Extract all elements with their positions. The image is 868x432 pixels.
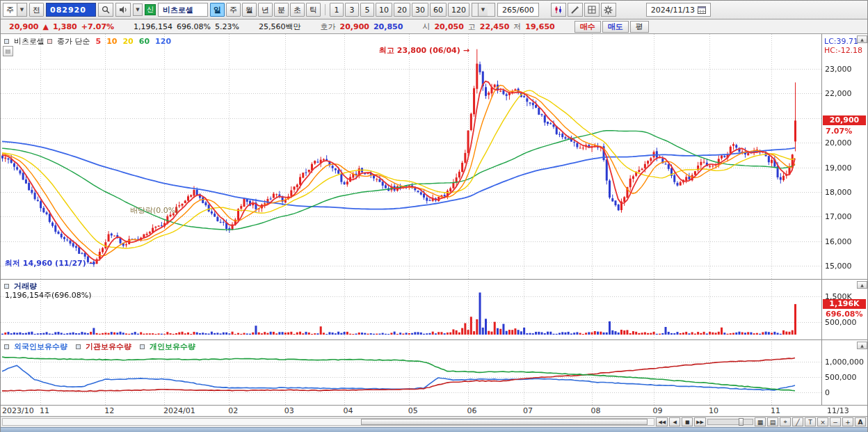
stock-code-input[interactable]: 082920 [46,3,96,17]
legend-marker-icon [140,344,145,349]
timeframe-button-1[interactable]: 주 [226,3,241,17]
timeframe-button-3[interactable]: 년 [258,3,273,17]
legend-marker-icon [47,39,52,44]
current-price-badge: 20,900 [823,115,866,125]
info-bar: 20,900 ▲ 1,380 +7.07% 1,196,154 696.08% … [1,19,867,34]
volume-chart-canvas[interactable] [1,279,821,339]
interval-button-3[interactable]: 3 [345,3,359,17]
price-axis-label: 20,000 [825,138,852,147]
slider-knob[interactable] [739,418,744,426]
buy-button[interactable]: 매수 [574,21,601,33]
scroll-start-button[interactable]: ◀◀ [656,417,668,426]
ma5-legend: 5 [96,37,102,46]
x-axis-label-09: 09 [653,406,663,415]
timeframe-button-2[interactable]: 월 [242,3,257,17]
section-divider[interactable] [1,279,868,280]
open-price: 20,050 [434,22,463,31]
text-tool-icon[interactable]: T [805,417,816,426]
current-price-pct: 7.07% [826,127,852,136]
low-annotation-text: 최저 14,960 (11/27) [5,259,86,268]
sell-button[interactable]: 매도 [602,21,629,33]
legend-stock-name: 비츠로셀 [14,36,45,47]
ma120-legend: 120 [155,37,171,46]
timeframe-button-4[interactable]: 분 [274,3,289,17]
grid-tool-icon[interactable]: ▦ [755,417,766,426]
hoga-label: 호가 [321,22,336,32]
erase-tool-icon[interactable]: × [817,417,828,426]
volume-rate: 696.08% [177,22,211,31]
interval-button-5[interactable]: 5 [360,3,374,17]
collapse-holdings-panel-button[interactable] [857,342,867,349]
current-price: 20,900 [9,22,38,31]
x-axis-label-11: 11 [771,406,780,415]
jeon-button[interactable]: 전 [29,3,44,17]
price-axis-label: 22,000 [825,89,852,98]
legend-marker-icon [4,344,9,349]
interval-button-1[interactable]: 1 [330,3,344,17]
interval-combo-disabled[interactable] [472,3,495,17]
scroll-left-button[interactable]: ◀ [669,417,680,426]
window-resize-strip[interactable] [1,427,867,432]
date-picker[interactable]: 2024/11/13 [646,3,711,17]
timeframe-button-group: 일주월년분초틱 [210,3,321,17]
interval-button-60[interactable]: 60 [430,3,447,17]
avg-button[interactable]: 평 [630,21,649,33]
crosshair-tool-icon[interactable]: ⌖ [780,417,791,426]
holdings-legend: 외국인보유수량 기관보유수량 개인보유수량 [4,342,195,352]
x-axis-label-04: 04 [344,406,353,415]
section-divider[interactable] [1,339,868,340]
trendline-tool-icon[interactable]: ╱ [792,417,803,426]
interval-button-20[interactable]: 20 [394,3,410,17]
foreign-holdings-legend: 외국인보유수량 [14,342,67,352]
volume-axis-label: 1,500K [825,292,852,301]
hc-indicator: HC:-12.18 [824,46,862,55]
chart-zoom-slider[interactable] [707,419,753,425]
zoom-out-icon[interactable]: − [830,417,841,426]
interval-button-10[interactable]: 10 [376,3,392,17]
collapse-price-panel-button[interactable] [857,35,867,43]
multi-chart-button[interactable] [584,3,600,17]
right-arrow-icon: → [89,259,95,268]
price-chart-canvas[interactable] [1,34,821,279]
calendar-icon [698,6,706,14]
x-axis-label-05: 05 [408,406,418,415]
chart-mini-tool-button[interactable]: ▤ [3,46,13,56]
price-axis-column: LC:39.71 HC:-12.18 20,900 7.07% 1,196K 6… [822,34,868,416]
x-axis-label-11: 11 [40,406,49,415]
open-label: 시 [422,22,430,32]
chart-window: 주 전 082920 신 비츠로셀 일주월년분초틱 13510203060120… [0,0,868,432]
stop-button[interactable]: ■ [682,417,693,426]
x-axis-row: 2023/1011122024/0102030405060708091011 [1,406,821,416]
sound-button[interactable] [115,3,131,17]
x-axis-label-08: 08 [591,406,601,415]
zoom-in-icon[interactable]: + [842,417,853,426]
timeframe-button-6[interactable]: 틱 [306,3,321,17]
timeframe-button-5[interactable]: 초 [290,3,305,17]
period-type-value: 주 [6,5,14,15]
pane-layout-icon[interactable]: ▤ [767,417,778,426]
search-button[interactable] [98,3,113,17]
bid-price: 20,850 [373,22,403,31]
stock-name-display: 비츠로셀 [158,3,208,17]
scroll-end-button[interactable]: ▶▶ [694,417,706,426]
ma10-legend: 10 [106,37,117,46]
collapse-volume-panel-button[interactable] [857,281,867,289]
hscrollbar-handle[interactable] [361,419,648,425]
x-axis-label-2023-10: 2023/10 [2,406,34,415]
ex-dividend-annotation: 배당락(0.0%) [130,205,179,216]
font-size-button[interactable]: A [855,417,866,426]
interval-button-120[interactable]: 120 [448,3,469,17]
legend-marker-icon [4,39,9,44]
price-change: 1,380 [53,22,77,31]
interval-button-30[interactable]: 30 [412,3,428,17]
pencil-icon [571,6,579,14]
period-type-combo[interactable]: 주 [3,3,27,17]
candle-chart-button[interactable] [551,3,566,17]
low-label: 저 [513,22,521,32]
chevron-down-icon[interactable] [17,3,26,16]
stock-history-dropdown[interactable] [133,3,143,16]
chart-hscrollbar[interactable] [2,418,654,426]
settings-button[interactable] [601,3,616,17]
draw-tool-button[interactable] [568,3,583,17]
timeframe-button-0[interactable]: 일 [210,3,225,17]
